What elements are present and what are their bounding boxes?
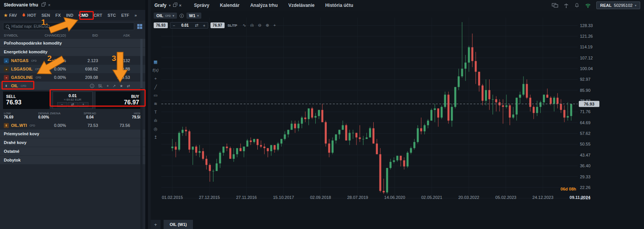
menu-item-vzdel-vanie[interactable]: Vzdelávanie	[283, 0, 320, 11]
add-alert-icon[interactable]: +	[106, 84, 109, 88]
tab-stc[interactable]: STC	[108, 13, 116, 18]
volume-decrease-button[interactable]: −	[170, 23, 177, 28]
chart-tab-oil-w1[interactable]: OIL (W1)	[164, 220, 193, 229]
search-input[interactable]	[11, 24, 132, 29]
tab-fx[interactable]: FX	[55, 13, 61, 18]
zoom-out-icon[interactable]: ⊖	[258, 23, 262, 28]
search-box[interactable]	[3, 22, 134, 30]
volume-widget: 0.01 ≈ 69.62 EUR − ⇄ +	[53, 91, 93, 109]
tab-cmd[interactable]: CMD	[79, 13, 88, 18]
cfd-badge: CFD	[35, 68, 40, 70]
wifi-icon[interactable]	[585, 3, 591, 8]
symbol-selector[interactable]: OIL CFD ▾	[154, 13, 177, 19]
volume-decrease-button[interactable]: −	[57, 102, 67, 107]
view-grid-icon[interactable]	[137, 24, 142, 29]
account-selector[interactable]: REAL 50295102 ▾	[596, 2, 640, 9]
sltp-icon[interactable]: SL	[98, 84, 103, 88]
svg-text:43.47: 43.47	[580, 153, 591, 157]
symbol-name: NATGAS	[11, 58, 29, 63]
menu-item-anal-za-trhu[interactable]: Analýza trhu	[245, 0, 283, 11]
close-window-icon[interactable]: ×	[48, 3, 50, 7]
chart-sell-price-tag[interactable]: 76.93	[154, 22, 168, 28]
ask-value: 2.132	[98, 58, 130, 63]
fx-indicator-icon[interactable]: f(x)	[153, 68, 159, 73]
menu-item-kalend-r[interactable]: Kalendár	[215, 0, 245, 11]
tab-fav[interactable]: ★FAV	[4, 13, 17, 18]
share-icon[interactable]: ↥	[154, 135, 157, 140]
close-window-icon[interactable]: ×	[179, 3, 181, 8]
add-indicator-icon[interactable]: +	[154, 76, 157, 81]
tab-[interactable]: »	[135, 13, 137, 18]
change-value: 0.00%	[43, 58, 66, 63]
multi-monitor-icon[interactable]	[552, 3, 558, 8]
waves-tool-icon[interactable]: ≋	[154, 101, 157, 106]
sell-button[interactable]: SELL 76.93	[3, 91, 50, 109]
crosshair-icon[interactable]: +	[273, 23, 276, 28]
add-chart-tab-button[interactable]: +	[151, 220, 161, 229]
chart-volume-value[interactable]: 0.01	[177, 23, 192, 28]
swap-icon[interactable]: ⇄	[127, 84, 130, 88]
layout-grid-icon[interactable]: ▦	[154, 59, 157, 64]
restore-window-icon[interactable]	[173, 4, 176, 7]
zoom-in-icon[interactable]: ⊕	[266, 23, 269, 28]
group-row-po-nohospod-rske-komodity[interactable]: Poľnohospodárske komodity	[0, 39, 145, 47]
text-tool-icon[interactable]: T	[154, 110, 157, 115]
stat-high: HIGH 79.50	[107, 112, 141, 119]
group-row-priemyseln-kovy[interactable]: Priemyselné kovy	[0, 130, 145, 138]
pattern-tool-icon[interactable]: ◎	[154, 127, 157, 131]
chart-area: 128.33121.26114.19107.12100.0492.9785.90…	[151, 11, 644, 220]
restore-window-icon[interactable]	[42, 3, 45, 6]
volume-swap-button[interactable]: ⇄	[193, 22, 201, 28]
tab-sen[interactable]: SEN	[42, 13, 50, 18]
panel-scrollbar[interactable]	[140, 39, 143, 229]
favourite-star-icon[interactable]: ★	[120, 84, 123, 88]
drawing-toolbar: ▦f(x)+╱▭≋Tılı◎↥	[151, 59, 160, 140]
group-row-ostatn-[interactable]: Ostatné	[0, 147, 145, 155]
chart-buy-price-tag[interactable]: 76.97	[210, 22, 225, 28]
instrument-row-natgas[interactable]: ▲NATGASCFD0.00%2.1232.132	[0, 56, 145, 65]
menu-item-hist-ria-tu[interactable]: História účtu	[320, 0, 358, 11]
menu-right-icons: REAL 50295102 ▾	[552, 2, 640, 9]
search-row	[0, 21, 145, 32]
group-row-dobytok[interactable]: Dobytok	[0, 156, 145, 164]
trendline-tool-icon[interactable]: ╱	[154, 85, 157, 90]
volume-increase-button[interactable]: +	[201, 23, 207, 28]
svg-text:57.62: 57.62	[580, 131, 591, 136]
instrument-row-gasoline[interactable]: ●GASOLINECFD0.00%209.08209.53	[0, 73, 145, 82]
tab-crt[interactable]: CRT	[93, 13, 102, 18]
volume-tool-icon[interactable]: ılı	[154, 118, 157, 123]
market-watch-titlebar: Sledovanie trhu ×	[0, 0, 145, 10]
open-chart-icon[interactable]: ↗	[112, 84, 116, 88]
tab-hot[interactable]: HOT	[22, 13, 36, 18]
instrument-row-lsgasoil[interactable]: ●LSGASOILCFD0.00%698.62699.88	[0, 65, 145, 73]
group-row-energetick-komodity[interactable]: Energetické komodity	[0, 48, 145, 56]
notifications-bell-icon[interactable]	[574, 3, 580, 8]
sltp-button[interactable]: SL/TP	[228, 24, 238, 27]
price-chart[interactable]: 128.33121.26114.19107.12100.0492.9785.90…	[151, 11, 644, 220]
volume-swap-button[interactable]: ⇄	[68, 102, 78, 107]
shapes-tool-icon[interactable]: ▭	[154, 93, 157, 98]
connection-icon[interactable]	[564, 3, 569, 8]
menu-item-spr-vy[interactable]: Správy	[189, 0, 215, 11]
col-change: CHANGE(1D)	[43, 34, 66, 37]
tab-etf[interactable]: ETF	[121, 13, 129, 18]
indicators-icon[interactable]: ıIı	[250, 23, 254, 28]
charts-window-button[interactable]: Grafy ▾ ×	[154, 3, 181, 8]
tab-label: FX	[55, 13, 61, 18]
instrument-row-oil[interactable]: ▮OILCFDiSL+↗★⇄	[0, 82, 145, 90]
sell-price: 76.93	[6, 99, 47, 106]
mw-rows-bottom: ▮OIL.WTICFD0.00%73.5373.56Priemyselné ko…	[0, 121, 145, 165]
tab-label: FAV	[9, 13, 17, 18]
buy-button[interactable]: BUY 76.97	[96, 91, 142, 109]
group-label: Dobytok	[4, 158, 21, 162]
tab-ind[interactable]: IND	[66, 13, 73, 18]
volume-eur-estimate: ≈ 69.62 EUR	[64, 98, 82, 101]
timeframe-selector[interactable]: W1 ▾	[186, 13, 202, 19]
info-icon[interactable]: i	[90, 84, 94, 88]
volume-value[interactable]: 0.01	[69, 93, 77, 98]
info-icon[interactable]: i	[180, 14, 184, 18]
group-row-drah-kovy[interactable]: Drahé kovy	[0, 138, 145, 147]
volume-increase-button[interactable]: +	[79, 102, 88, 107]
instrument-row-oil-wti[interactable]: ▮OIL.WTICFD0.00%73.5373.56	[0, 121, 145, 130]
line-style-icon[interactable]: ∿	[243, 23, 246, 28]
